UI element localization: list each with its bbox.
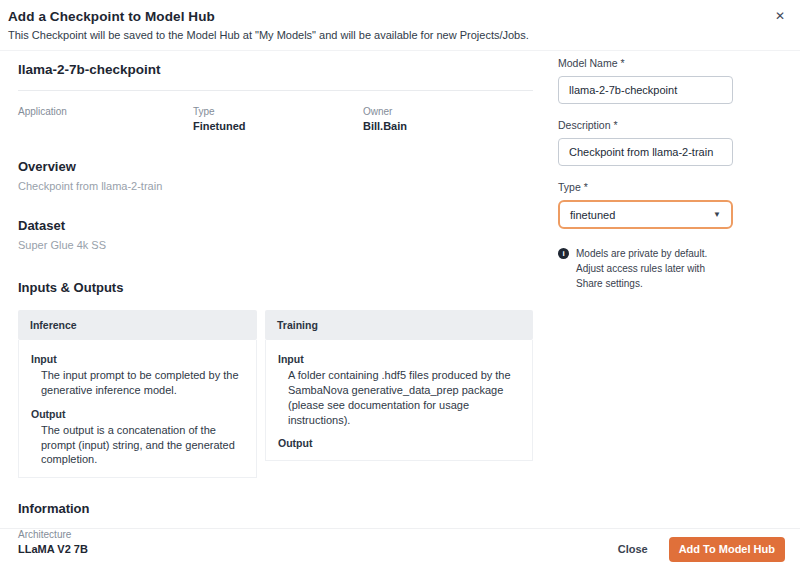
dataset-text: Super Glue 4k SS bbox=[18, 239, 533, 251]
meta-value bbox=[18, 120, 193, 133]
meta-type: Type Finetuned bbox=[193, 106, 363, 133]
chevron-down-icon: ▼ bbox=[713, 210, 721, 219]
checkpoint-name: llama-2-7b-checkpoint bbox=[18, 62, 533, 77]
type-label: Type * bbox=[558, 181, 733, 193]
meta-row: Application Type Finetuned Owner Bill.Ba… bbox=[18, 106, 533, 133]
meta-label: Type bbox=[193, 106, 363, 117]
privacy-note: i Models are private by default. Adjust … bbox=[558, 246, 726, 291]
meta-label: Application bbox=[18, 106, 193, 117]
add-checkpoint-form: Model Name * Description * Type * finetu… bbox=[558, 57, 733, 291]
meta-application: Application bbox=[18, 106, 193, 133]
inference-card-body: Input The input prompt to be completed b… bbox=[18, 340, 257, 478]
meta-label: Owner bbox=[363, 106, 533, 117]
modal-header: Add a Checkpoint to Model Hub This Check… bbox=[0, 0, 800, 50]
inference-card: Inference Input The input prompt to be c… bbox=[18, 310, 257, 478]
type-field-group: Type * finetuned ▼ bbox=[558, 181, 733, 229]
modal-title: Add a Checkpoint to Model Hub bbox=[8, 9, 760, 24]
modal-subtitle: This Checkpoint will be saved to the Mod… bbox=[8, 29, 760, 41]
io-output-label: Output bbox=[31, 408, 244, 420]
model-name-field-group: Model Name * bbox=[558, 57, 733, 104]
description-input[interactable] bbox=[558, 138, 733, 166]
model-name-label: Model Name * bbox=[558, 57, 733, 69]
info-icon: i bbox=[558, 248, 569, 259]
information-heading: Information bbox=[18, 501, 533, 516]
io-input-text: A folder containing .hdf5 files produced… bbox=[288, 368, 520, 427]
io-input-text: The input prompt to be completed by the … bbox=[41, 368, 244, 398]
io-output-label: Output bbox=[278, 437, 520, 449]
meta-owner: Owner Bill.Bain bbox=[363, 106, 533, 133]
close-icon[interactable]: ✕ bbox=[771, 7, 789, 25]
modal-footer: Close Add To Model Hub bbox=[0, 528, 800, 569]
meta-value: Finetuned bbox=[193, 120, 363, 133]
training-card: Training Input A folder containing .hdf5… bbox=[265, 310, 533, 478]
privacy-note-text: Models are private by default. Adjust ac… bbox=[576, 246, 726, 291]
training-card-title: Training bbox=[265, 310, 533, 340]
io-input-label: Input bbox=[278, 353, 520, 365]
io-input-label: Input bbox=[31, 353, 244, 365]
add-to-model-hub-button[interactable]: Add To Model Hub bbox=[669, 537, 785, 562]
description-field-group: Description * bbox=[558, 119, 733, 166]
description-label: Description * bbox=[558, 119, 733, 131]
io-output-text: The output is a concatenation of the pro… bbox=[41, 423, 244, 468]
overview-text: Checkpoint from llama-2-train bbox=[18, 180, 533, 192]
title-divider bbox=[18, 90, 533, 91]
type-select-value: finetuned bbox=[570, 209, 615, 221]
dataset-heading: Dataset bbox=[18, 218, 533, 233]
add-checkpoint-modal: Add a Checkpoint to Model Hub This Check… bbox=[0, 0, 800, 569]
io-cards: Inference Input The input prompt to be c… bbox=[18, 310, 533, 478]
inference-card-title: Inference bbox=[18, 310, 257, 340]
training-card-body: Input A folder containing .hdf5 files pr… bbox=[265, 340, 533, 461]
checkpoint-details: llama-2-7b-checkpoint Application Type F… bbox=[18, 62, 533, 555]
model-name-input[interactable] bbox=[558, 76, 733, 104]
header-divider bbox=[0, 50, 800, 51]
close-button[interactable]: Close bbox=[618, 543, 648, 555]
type-select[interactable]: finetuned ▼ bbox=[558, 200, 733, 229]
inputs-outputs-heading: Inputs & Outputs bbox=[18, 280, 533, 295]
meta-value: Bill.Bain bbox=[363, 120, 533, 133]
overview-heading: Overview bbox=[18, 159, 533, 174]
